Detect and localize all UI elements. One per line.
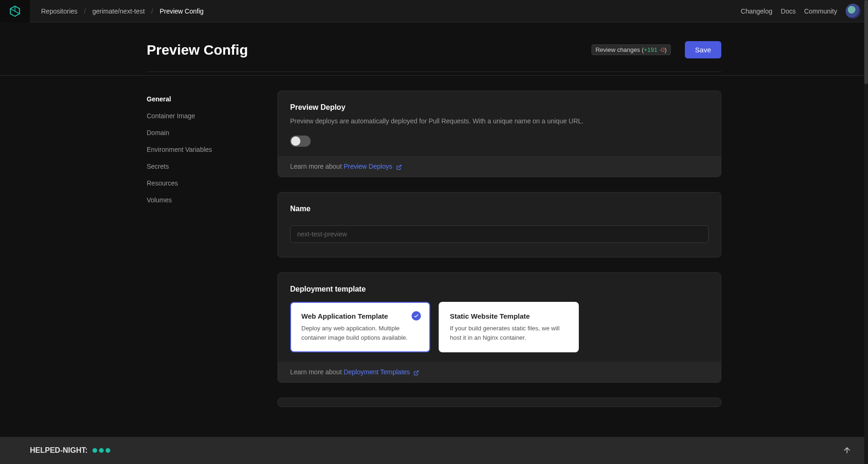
external-link-icon bbox=[396, 164, 402, 170]
preview-deploy-desc: Preview deploys are automatically deploy… bbox=[290, 116, 709, 126]
status-dots bbox=[92, 448, 110, 453]
card-templates: Deployment template Web Application Temp… bbox=[277, 272, 721, 383]
preview-deploy-toggle[interactable] bbox=[290, 136, 311, 147]
nav-link-changelog[interactable]: Changelog bbox=[741, 7, 773, 15]
breadcrumb: Repositories / gerimate/next-test / Prev… bbox=[41, 7, 204, 15]
sidebar: General Container Image Domain Environme… bbox=[147, 91, 259, 407]
scroll-to-top-button[interactable] bbox=[840, 443, 854, 457]
review-close: ) bbox=[664, 46, 666, 53]
scrollbar[interactable] bbox=[864, 0, 868, 464]
review-minus: -0 bbox=[659, 46, 665, 53]
template-desc: If your build generates static files, we… bbox=[450, 324, 568, 342]
template-title: Web Application Template bbox=[301, 312, 419, 320]
nav-right: Changelog Docs Community bbox=[741, 4, 861, 19]
page-header: Preview Config Review changes (+191 -0) … bbox=[147, 22, 721, 72]
breadcrumb-current: Preview Config bbox=[160, 7, 204, 15]
logo-icon bbox=[9, 5, 21, 17]
scrollbar-thumb[interactable] bbox=[864, 0, 868, 84]
breadcrumb-sep: / bbox=[84, 7, 86, 15]
templates-title: Deployment template bbox=[290, 285, 709, 293]
footer-label: HELPED-NIGHT: bbox=[30, 446, 88, 455]
template-web-app[interactable]: Web Application Template Deploy any web … bbox=[290, 302, 430, 352]
arrow-up-icon bbox=[842, 446, 852, 455]
preview-deploy-title: Preview Deploy bbox=[290, 103, 709, 112]
sidebar-item-secrets[interactable]: Secrets bbox=[147, 158, 259, 175]
breadcrumb-sep: / bbox=[151, 7, 153, 15]
avatar[interactable] bbox=[846, 4, 861, 19]
preview-deploys-link[interactable]: Preview Deploys bbox=[343, 163, 392, 170]
save-button[interactable]: Save bbox=[685, 41, 721, 58]
sidebar-item-env-vars[interactable]: Environment Variables bbox=[147, 141, 259, 158]
review-changes-button[interactable]: Review changes (+191 -0) bbox=[591, 44, 671, 55]
sidebar-item-resources[interactable]: Resources bbox=[147, 175, 259, 192]
templates-footer: Learn more about Deployment Templates bbox=[278, 362, 721, 382]
page-title: Preview Config bbox=[147, 42, 248, 58]
template-static-website[interactable]: Static Website Template If your build ge… bbox=[439, 302, 579, 352]
dot-icon bbox=[106, 448, 110, 453]
toggle-knob bbox=[291, 136, 300, 146]
svg-line-2 bbox=[416, 371, 419, 374]
logo[interactable] bbox=[0, 0, 30, 22]
svg-line-1 bbox=[398, 165, 401, 168]
header-actions: Review changes (+191 -0) Save bbox=[591, 41, 721, 58]
dot-icon bbox=[92, 448, 97, 453]
footer-prefix: Learn more about bbox=[290, 368, 343, 376]
sidebar-item-domain[interactable]: Domain bbox=[147, 124, 259, 141]
dot-icon bbox=[99, 448, 104, 453]
card-name: Name bbox=[277, 192, 721, 257]
card-next bbox=[277, 398, 721, 407]
template-desc: Deploy any web application. Multiple con… bbox=[301, 324, 419, 342]
sidebar-item-container-image[interactable]: Container Image bbox=[147, 107, 259, 124]
top-nav: Repositories / gerimate/next-test / Prev… bbox=[0, 0, 868, 22]
name-input[interactable] bbox=[290, 225, 709, 243]
card-preview-deploy: Preview Deploy Preview deploys are autom… bbox=[277, 91, 721, 177]
header-divider bbox=[0, 75, 864, 76]
name-title: Name bbox=[290, 205, 709, 213]
body: General Container Image Domain Environme… bbox=[147, 72, 721, 407]
templates-row: Web Application Template Deploy any web … bbox=[290, 302, 709, 352]
breadcrumb-repo[interactable]: gerimate/next-test bbox=[92, 7, 145, 15]
template-title: Static Website Template bbox=[450, 312, 568, 320]
nav-link-docs[interactable]: Docs bbox=[781, 7, 796, 15]
review-plus: +191 bbox=[644, 46, 657, 53]
footer-prefix: Learn more about bbox=[290, 163, 343, 170]
sidebar-item-general[interactable]: General bbox=[147, 91, 259, 107]
review-label: Review changes ( bbox=[596, 46, 644, 53]
sidebar-item-volumes[interactable]: Volumes bbox=[147, 192, 259, 208]
breadcrumb-repositories[interactable]: Repositories bbox=[41, 7, 78, 15]
main: Preview Deploy Preview deploys are autom… bbox=[277, 91, 721, 407]
preview-deploy-footer: Learn more about Preview Deploys bbox=[278, 156, 721, 177]
deployment-templates-link[interactable]: Deployment Templates bbox=[343, 368, 410, 376]
footer-bar: HELPED-NIGHT: bbox=[0, 437, 864, 464]
external-link-icon bbox=[413, 370, 419, 375]
check-icon bbox=[412, 311, 421, 321]
nav-link-community[interactable]: Community bbox=[804, 7, 837, 15]
